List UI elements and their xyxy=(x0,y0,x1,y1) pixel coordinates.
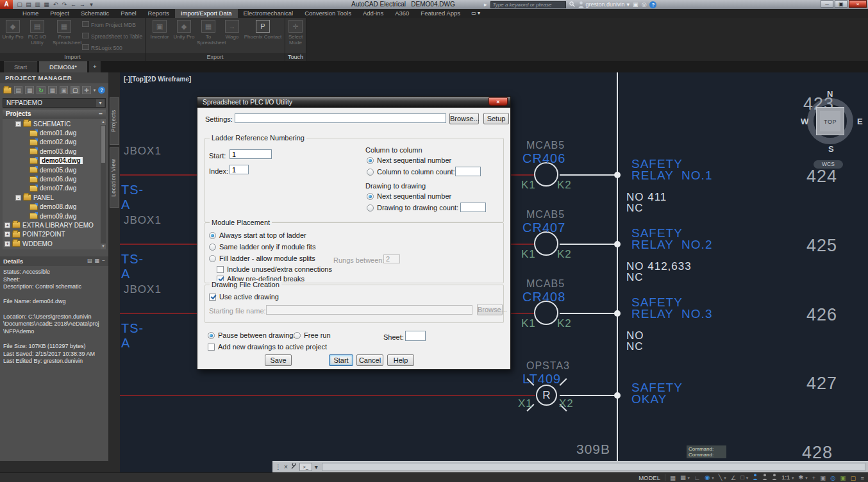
clean-screen-icon[interactable]: ▢ xyxy=(850,473,856,482)
tab-electromechanical[interactable]: Electromechanical xyxy=(238,9,299,18)
tab-panel[interactable]: Panel xyxy=(115,9,142,18)
rslogix-500-button[interactable]: RSLogix 500 xyxy=(82,44,146,53)
save-button[interactable]: Save xyxy=(265,354,292,366)
plc-io-utility-button[interactable]: ▤ PLC I/O Utility xyxy=(26,20,49,46)
quick-properties-icon[interactable]: ▣ xyxy=(820,473,826,482)
cancel-button[interactable]: Cancel xyxy=(356,354,383,366)
command-prompt-icon[interactable]: >_ xyxy=(299,463,312,471)
radio-pause-between-drawings[interactable] xyxy=(208,332,215,339)
tree-item-point2point[interactable]: + POINT2POINT xyxy=(3,230,106,239)
app-logo-icon[interactable]: A xyxy=(0,0,13,9)
command-tools-icon[interactable] xyxy=(290,463,297,471)
command-cancel-icon[interactable]: × xyxy=(284,463,288,470)
radio-drawing-next-sequential[interactable] xyxy=(367,193,374,200)
tree-item-demo06[interactable]: demo06.dwg xyxy=(3,174,106,183)
close-button[interactable]: × xyxy=(849,0,867,8)
qat-save-icon[interactable]: ▥ xyxy=(35,0,40,9)
details-preview-icon[interactable]: ▦ xyxy=(95,258,100,266)
qat-undo-icon[interactable]: ↶ xyxy=(53,0,58,9)
tree-item-demo02[interactable]: demo02.dwg xyxy=(3,138,106,147)
signed-in-user[interactable]: greston.dunivin ▾ xyxy=(578,1,630,8)
projects-section-header[interactable]: Projects − xyxy=(3,110,106,119)
wcs-dropdown[interactable]: WCS xyxy=(814,160,843,169)
wago-export-button[interactable]: → Wago xyxy=(222,20,242,40)
checkbox-use-active-drawing[interactable] xyxy=(209,294,216,301)
expander-icon[interactable]: - xyxy=(15,195,21,201)
expander-icon[interactable]: + xyxy=(4,241,10,247)
media-button-icon[interactable]: ▭ ▾ xyxy=(471,9,480,18)
tree-item-demo03[interactable]: demo03.dwg xyxy=(3,147,106,156)
polar-tracking-icon[interactable]: ◉ ▾ xyxy=(705,472,714,482)
utilities-icon[interactable]: ✚ xyxy=(82,86,91,94)
qat-plot-icon[interactable]: ▦ xyxy=(44,0,49,9)
qat-forward-icon[interactable]: → xyxy=(79,0,85,9)
scroll-up-icon[interactable]: ▲ xyxy=(101,119,106,125)
select-mode-button[interactable]: ✛ Select Mode xyxy=(285,20,306,46)
qat-redo-icon[interactable]: ↷ xyxy=(62,0,67,9)
new-drawing-tab-button[interactable]: + xyxy=(89,61,101,72)
dialog-close-button[interactable]: × xyxy=(488,97,508,106)
radio-drawing-count[interactable] xyxy=(367,204,374,212)
settings-browse-button[interactable]: Browse... xyxy=(449,113,479,124)
tree-item-panel[interactable]: - PANEL xyxy=(3,193,106,202)
projects-palette-tab[interactable]: Projects xyxy=(110,97,119,145)
expander-icon[interactable]: + xyxy=(4,222,10,228)
radio-free-run[interactable] xyxy=(294,332,301,339)
command-dropdown-icon[interactable]: ▾ xyxy=(315,463,318,470)
tree-item-demo09[interactable]: demo09.dwg xyxy=(3,212,106,220)
user-dropdown-icon[interactable]: ▾ xyxy=(627,1,630,8)
radio-same-ladder[interactable] xyxy=(209,244,216,251)
viewcube-north[interactable]: N xyxy=(827,89,833,99)
qat-open-icon[interactable]: ▤ xyxy=(26,0,31,9)
dialog-title-bar[interactable]: Spreadsheet to PLC I/O Utility xyxy=(197,97,510,108)
tab-project[interactable]: Project xyxy=(44,9,75,18)
file-tab-start[interactable]: Start xyxy=(4,61,37,72)
customization-menu-icon[interactable]: ≡ xyxy=(860,473,864,482)
hardware-acceleration-icon[interactable]: ◎ xyxy=(830,473,835,482)
checkbox-include-unused[interactable] xyxy=(217,266,224,273)
tree-item-demo05[interactable]: demo05.dwg xyxy=(3,165,106,174)
location-view-palette-tab[interactable]: Location View xyxy=(110,147,119,208)
project-select-caret-icon[interactable]: ▾ xyxy=(96,99,104,107)
qat-dropdown-icon[interactable]: ▾ xyxy=(88,0,94,9)
export-panel-label[interactable]: Export xyxy=(146,53,285,61)
radio-always-top[interactable] xyxy=(209,232,216,239)
annotation-scale-button[interactable]: 1:1 ▾ xyxy=(781,472,794,482)
open-project-icon[interactable] xyxy=(3,87,12,94)
command-input[interactable] xyxy=(322,463,865,471)
tab-a360[interactable]: A360 xyxy=(389,9,415,18)
workspace-switching-icon[interactable]: ✱ ▾ xyxy=(799,472,808,482)
viewcube-east[interactable]: E xyxy=(857,117,863,126)
tree-item-demo08[interactable]: demo08.dwg xyxy=(3,203,106,212)
tab-featured-apps[interactable]: Featured Apps xyxy=(415,9,466,18)
autodesk-account-icon[interactable]: ◎ xyxy=(642,1,647,8)
qat-back-icon[interactable]: ← xyxy=(71,0,76,9)
radio-column-count[interactable] xyxy=(367,169,374,176)
tree-item-schematic[interactable]: - SCHEMATIC xyxy=(3,119,106,128)
spreadsheet-to-table-button[interactable]: Spreadsheet to Table xyxy=(82,33,146,41)
command-line-bar[interactable]: ⋮ × >_ ▾ xyxy=(272,461,868,472)
inventor-export-button[interactable]: ▣ Inventor xyxy=(148,20,171,40)
minimize-button[interactable]: ─ xyxy=(821,0,833,8)
unity-pro-import-button[interactable]: ◆ Unity Pro xyxy=(1,20,24,40)
projects-collapse-icon[interactable]: − xyxy=(99,110,103,119)
details-collapse-icon[interactable]: − xyxy=(102,258,105,266)
settings-input[interactable] xyxy=(235,113,446,123)
restore-button[interactable]: ▣ xyxy=(835,0,847,8)
search-input[interactable] xyxy=(490,1,566,8)
isolate-objects-icon[interactable]: ▣ xyxy=(840,473,846,482)
tree-scrollbar[interactable]: ▲ ▼ xyxy=(101,119,106,249)
sheet-input[interactable] xyxy=(405,331,426,341)
viewport-controls[interactable]: [-][Top][2D Wireframe] xyxy=(124,76,191,83)
annotation-monitor-icon[interactable]: + xyxy=(812,473,816,482)
column-count-input[interactable] xyxy=(455,167,481,176)
viewcube-south[interactable]: S xyxy=(828,144,834,154)
annotation-visibility-icon[interactable] xyxy=(753,473,758,482)
help-button[interactable]: Help xyxy=(387,354,414,366)
annotation-people-icon[interactable] xyxy=(772,473,777,482)
refresh-icon[interactable]: ↻ xyxy=(37,86,46,94)
expander-icon[interactable]: - xyxy=(15,121,21,127)
details-page-icon[interactable]: ▤ xyxy=(87,258,92,266)
qat-new-icon[interactable]: ▢ xyxy=(17,0,22,9)
ortho-mode-icon[interactable]: ∟ xyxy=(694,473,700,482)
